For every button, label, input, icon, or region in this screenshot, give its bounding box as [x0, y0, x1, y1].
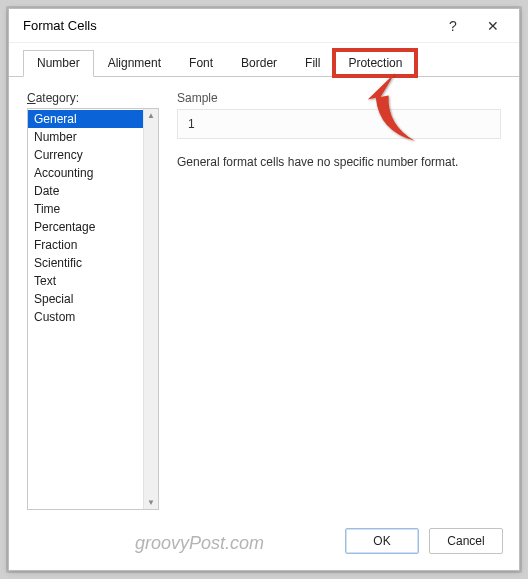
dialog-content: Category: General Number Currency Accoun… [9, 77, 519, 520]
category-item-general[interactable]: General [28, 110, 143, 128]
scroll-up-icon[interactable]: ▲ [147, 111, 155, 120]
category-listbox[interactable]: General Number Currency Accounting Date … [27, 108, 159, 510]
dialog-title: Format Cells [23, 18, 433, 33]
category-item-number[interactable]: Number [28, 128, 143, 146]
scrollbar[interactable]: ▲ ▼ [143, 109, 158, 509]
help-button[interactable]: ? [433, 12, 473, 40]
cancel-button[interactable]: Cancel [429, 528, 503, 554]
category-item-date[interactable]: Date [28, 182, 143, 200]
tab-font[interactable]: Font [175, 50, 227, 76]
button-row: OK Cancel [345, 528, 503, 554]
category-item-fraction[interactable]: Fraction [28, 236, 143, 254]
help-icon: ? [449, 18, 457, 34]
category-label: Category: [27, 91, 159, 105]
watermark-text: groovyPost.com [25, 533, 264, 554]
sample-value-box: 1 [177, 109, 501, 139]
tab-fill[interactable]: Fill [291, 50, 334, 76]
category-item-percentage[interactable]: Percentage [28, 218, 143, 236]
category-item-custom[interactable]: Custom [28, 308, 143, 326]
category-item-accounting[interactable]: Accounting [28, 164, 143, 182]
category-item-special[interactable]: Special [28, 290, 143, 308]
tab-alignment[interactable]: Alignment [94, 50, 175, 76]
tab-number[interactable]: Number [23, 50, 94, 77]
ok-button[interactable]: OK [345, 528, 419, 554]
category-item-currency[interactable]: Currency [28, 146, 143, 164]
dialog-footer: groovyPost.com OK Cancel [9, 520, 519, 570]
close-button[interactable]: ✕ [473, 12, 513, 40]
tab-row: Number Alignment Font Border Fill Protec… [9, 43, 519, 77]
format-description: General format cells have no specific nu… [177, 155, 501, 171]
sample-value: 1 [188, 117, 195, 131]
sample-label: Sample [177, 91, 501, 105]
format-cells-dialog: Format Cells ? ✕ Number Alignment Font B… [8, 8, 520, 571]
category-item-time[interactable]: Time [28, 200, 143, 218]
close-icon: ✕ [487, 18, 499, 34]
category-items: General Number Currency Accounting Date … [28, 109, 143, 509]
category-item-text[interactable]: Text [28, 272, 143, 290]
category-panel: Category: General Number Currency Accoun… [27, 91, 159, 510]
sample-panel: Sample 1 General format cells have no sp… [177, 91, 501, 510]
tab-border[interactable]: Border [227, 50, 291, 76]
tab-protection[interactable]: Protection [334, 50, 416, 76]
scroll-down-icon[interactable]: ▼ [147, 498, 155, 507]
titlebar: Format Cells ? ✕ [9, 9, 519, 43]
category-item-scientific[interactable]: Scientific [28, 254, 143, 272]
